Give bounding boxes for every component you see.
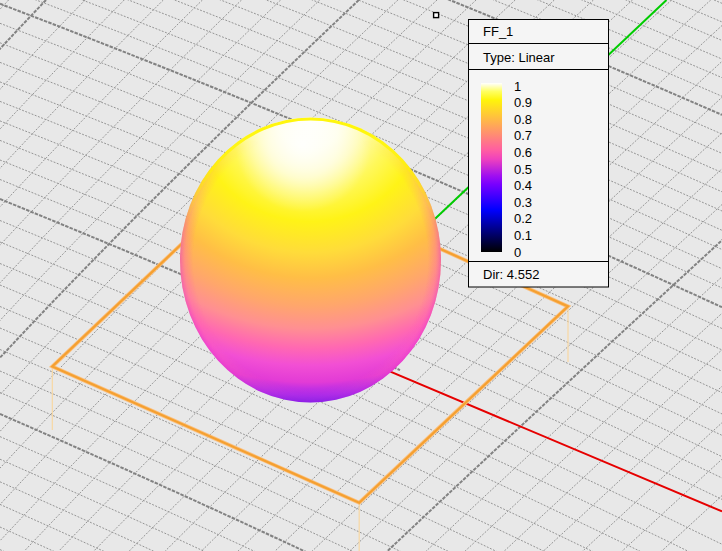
svg-text:0.4: 0.4	[514, 178, 532, 193]
svg-text:0.9: 0.9	[514, 95, 532, 110]
svg-text:0.3: 0.3	[514, 195, 532, 210]
svg-text:0.8: 0.8	[514, 112, 532, 127]
svg-text:1: 1	[514, 79, 521, 94]
svg-text:Dir: 4.552: Dir: 4.552	[483, 267, 539, 282]
svg-text:0.6: 0.6	[514, 145, 532, 160]
svg-text:0.5: 0.5	[514, 162, 532, 177]
svg-text:0: 0	[514, 245, 521, 260]
svg-text:0.2: 0.2	[514, 211, 532, 226]
svg-text:0.1: 0.1	[514, 228, 532, 243]
svg-text:Type: Linear: Type: Linear	[483, 50, 555, 65]
svg-text:FF_1: FF_1	[483, 24, 513, 39]
svg-text:0.7: 0.7	[514, 128, 532, 143]
